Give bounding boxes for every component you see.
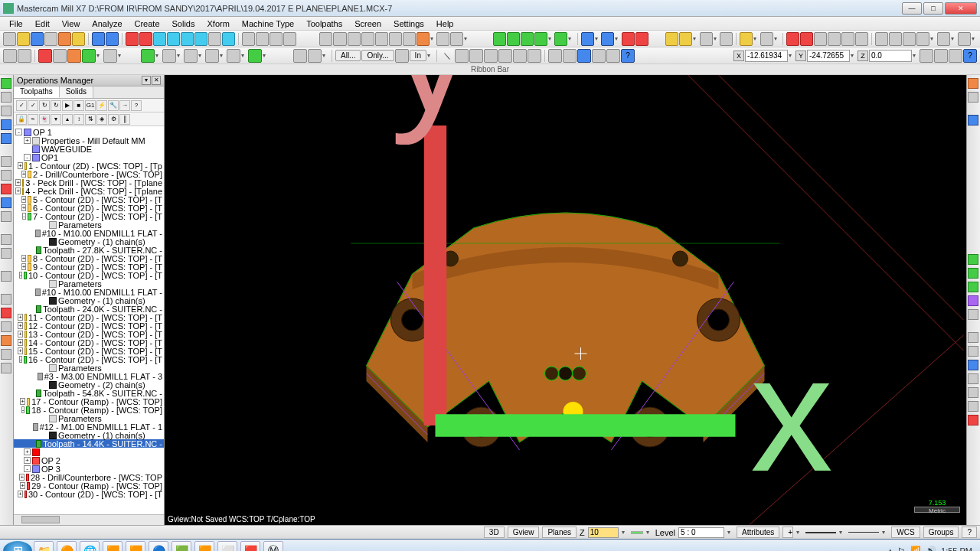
break-icon[interactable] — [162, 49, 176, 63]
task-ie-icon[interactable]: 🌐 — [80, 541, 100, 552]
grid6-icon[interactable] — [855, 32, 868, 46]
tab-solids[interactable]: Solids — [60, 86, 93, 98]
snap-grid-icon[interactable] — [319, 32, 332, 46]
system-tray[interactable]: ▴ 🏳 📶 🔊 1:55 PM — [884, 546, 977, 551]
menu-analyze[interactable]: Analyze — [86, 18, 128, 30]
close-button[interactable]: ✕ — [945, 2, 977, 15]
sb-3d-button[interactable]: 3D — [484, 527, 505, 538]
filter-all-button[interactable]: All... — [335, 50, 361, 61]
tree-node[interactable]: Geometry - (1) chain(s) — [14, 431, 164, 439]
modify-icon[interactable] — [205, 49, 219, 63]
sel-line-icon[interactable]: ＼ — [440, 49, 454, 63]
wireframe-icon[interactable] — [581, 32, 594, 46]
filter-dropdown-icon[interactable]: ▾ — [427, 52, 433, 59]
stat2-icon[interactable] — [889, 32, 902, 46]
ops-select-none-icon[interactable]: ✓ — [28, 100, 38, 111]
tree-node[interactable]: -OP1 — [14, 153, 164, 161]
tree-expand-icon[interactable]: - — [19, 356, 23, 363]
tree-node[interactable]: -OP 3 — [14, 465, 164, 473]
zoom-out-icon[interactable] — [194, 32, 207, 46]
tree-node[interactable]: +12 - Contour (2D) - [WCS: TOP] - [T — [14, 321, 164, 330]
grid4-icon[interactable] — [828, 32, 841, 46]
pan-icon[interactable] — [208, 32, 221, 46]
task-excel-icon[interactable]: 🟩 — [172, 541, 191, 552]
ls-contour-icon[interactable] — [1, 119, 11, 130]
ls-rough-icon[interactable] — [1, 184, 11, 194]
tree-expand-icon[interactable]: + — [21, 171, 27, 178]
ops-backplot-icon[interactable]: ▶ — [62, 100, 73, 111]
z-dropdown-icon[interactable]: ▾ — [913, 52, 919, 59]
chamfer-icon[interactable] — [103, 49, 117, 63]
shaded-icon[interactable] — [601, 32, 614, 46]
ops-tree[interactable]: -OP 1+Properties - Mill Default MMWAVEGU… — [14, 126, 164, 514]
ops-verify-icon[interactable]: ■ — [74, 100, 84, 111]
zoom-in-icon[interactable] — [181, 32, 194, 46]
trim-dropdown-icon[interactable]: ▾ — [155, 52, 162, 59]
task-app3-icon[interactable]: 🟧 — [194, 541, 214, 552]
rs-11-icon[interactable] — [968, 360, 978, 370]
sel-chain-icon[interactable] — [308, 49, 322, 63]
fillet-dropdown-icon[interactable]: ▾ — [96, 52, 103, 59]
tree-node[interactable]: +3 - Peck Drill - [WCS: TOP] - [Tplane — [14, 178, 164, 187]
snap-dropdown2-icon[interactable]: ▾ — [464, 35, 470, 42]
sel-face-icon[interactable] — [528, 49, 541, 63]
print-icon[interactable] — [44, 32, 57, 46]
snap-dropdown-icon[interactable]: ▾ — [430, 35, 436, 42]
tree-node[interactable]: -10 - Contour (2D) - [WCS: TOP] - [T — [14, 271, 164, 279]
menu-settings[interactable]: Settings — [387, 18, 430, 30]
grid5-icon[interactable] — [841, 32, 854, 46]
regen-dropdown-icon[interactable]: ▾ — [568, 35, 574, 42]
sb-lineweight-icon[interactable] — [848, 532, 879, 533]
zoom-target-icon[interactable] — [139, 32, 152, 46]
sb-color-button[interactable] — [631, 531, 643, 534]
menu-edit[interactable]: Edit — [29, 18, 56, 30]
task-mastercam-icon[interactable]: Ⓜ — [263, 541, 283, 552]
tree-node[interactable]: Toolpath - 14.4K - SUITER.NC - — [14, 439, 164, 448]
sb-level-input[interactable] — [678, 527, 724, 538]
tree-expand-icon[interactable]: + — [18, 314, 23, 321]
tree-node[interactable]: WAVEGUIDE — [14, 145, 164, 153]
backplot-icon[interactable] — [493, 32, 506, 46]
tree-node[interactable]: Toolpath - 54.8K - SUITER.NC - — [14, 389, 164, 397]
sb-groups-button[interactable]: Groups — [923, 527, 959, 538]
tree-node[interactable]: Parameters — [14, 364, 164, 372]
analyze-dropdown-icon[interactable]: ▾ — [693, 35, 699, 42]
rs-15-icon[interactable] — [968, 415, 978, 425]
rs-10-icon[interactable] — [968, 346, 978, 357]
tree-node[interactable]: #3 - M3.00 ENDMILL1 FLAT - 3 — [14, 372, 164, 380]
tree-node[interactable]: -OP 1 — [14, 128, 164, 136]
rs-3-icon[interactable] — [968, 115, 978, 126]
ls-t3-icon[interactable] — [1, 321, 11, 332]
maximize-button[interactable]: □ — [923, 2, 943, 15]
coord-rel-icon[interactable] — [934, 49, 948, 63]
ls-drill-icon[interactable] — [1, 106, 11, 116]
offset-icon[interactable] — [248, 49, 262, 63]
tree-node[interactable]: Parameters — [14, 220, 164, 229]
join-dropdown-icon[interactable]: ▾ — [198, 52, 204, 59]
tree-node[interactable]: +2 - Drill/Counterbore - [WCS: TOP] — [14, 170, 164, 178]
ops-help-icon[interactable]: ? — [131, 100, 142, 111]
trim-icon[interactable] — [141, 49, 155, 63]
tree-expand-icon[interactable]: + — [21, 263, 27, 270]
tree-node[interactable]: -16 - Contour (2D) - [WCS: TOP] - [T — [14, 355, 164, 364]
ops-close-icon[interactable]: ✕ — [152, 76, 161, 85]
task-app2-icon[interactable]: 🟧 — [126, 541, 145, 552]
ops-sort-icon[interactable]: ⇅ — [85, 114, 96, 125]
hidden-icon[interactable] — [622, 32, 635, 46]
sb-color-dropdown-icon[interactable]: ▾ — [646, 529, 652, 536]
extend-icon[interactable] — [227, 49, 240, 63]
top-view-icon[interactable] — [242, 32, 255, 46]
rs-9-icon[interactable] — [968, 332, 978, 343]
tree-expand-icon[interactable]: + — [21, 196, 27, 203]
minimize-button[interactable]: — — [902, 2, 922, 15]
post-icon[interactable] — [534, 32, 547, 46]
rs-4-icon[interactable] — [968, 254, 978, 265]
verify-help-icon[interactable]: ? — [621, 49, 635, 63]
ops-right-icon[interactable]: → — [119, 100, 130, 111]
ls-wire-icon[interactable] — [1, 248, 11, 259]
verify2-icon[interactable] — [563, 49, 577, 63]
fillet-icon[interactable] — [82, 49, 96, 63]
shade-dropdown-icon[interactable]: ▾ — [595, 35, 601, 42]
ops-scroll-icon[interactable]: ║ — [119, 114, 130, 125]
sb-attributes-button[interactable]: Attributes — [737, 527, 779, 538]
